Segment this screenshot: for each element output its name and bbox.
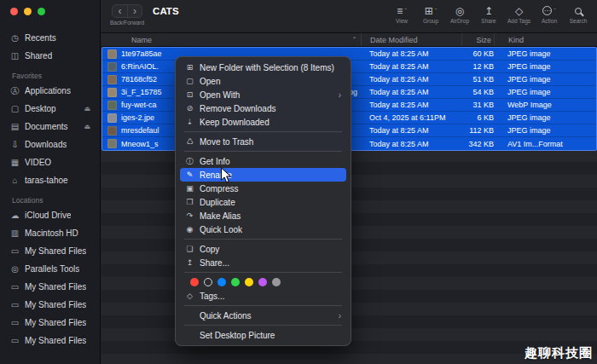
menu-item-label: Keep Downloaded — [200, 118, 270, 127]
open-icon: ▢ — [185, 77, 194, 85]
sidebar-item-recents[interactable]: ◷Recents — [5, 29, 95, 47]
toolbar-label: Add Tags — [507, 18, 530, 24]
menu-item-label: Make Alias — [200, 211, 241, 221]
tag-color-dot[interactable] — [217, 278, 226, 286]
sidebar-item-my-shared-files[interactable]: ▭My Shared Files — [5, 242, 95, 260]
toolbar-group-button[interactable]: ⊞ˇGroup — [420, 4, 441, 24]
toolbar-view-button[interactable]: ≡ˇView — [391, 4, 412, 24]
menu-item-make-alias[interactable]: ↷Make Alias — [180, 209, 346, 222]
eject-icon[interactable]: ⏏ — [84, 105, 90, 113]
file-date: Today at 8:25 AM — [361, 101, 461, 109]
column-name-label: Name — [131, 36, 152, 44]
minimize-window-button[interactable] — [24, 8, 32, 15]
file-date: Today at 8:25 AM — [361, 49, 461, 58]
file-kind: JPEG image — [494, 113, 596, 122]
menu-item-quick-look[interactable]: ◉Quick Look — [180, 222, 346, 236]
file-thumbnail — [107, 113, 117, 123]
menu-item-move-to-trash[interactable]: ♺Move to Trash — [180, 135, 346, 148]
tag-color-dot[interactable] — [272, 278, 281, 286]
menu-item-get-info[interactable]: ⓘGet Info — [180, 154, 346, 168]
toolbar-airdrop-button[interactable]: ◎AirDrop — [449, 4, 470, 24]
toolbar-search-button[interactable]: Search — [568, 4, 588, 24]
file-date: Oct 4, 2025 at 6:11PM — [361, 113, 461, 122]
sidebar-item-video[interactable]: ▦VIDEO — [5, 153, 95, 171]
sidebar-item-label: My Shared Files — [25, 318, 86, 327]
toolbar-label: Action — [542, 18, 557, 24]
menu-item-keep-downloaded[interactable]: ⇣Keep Downloaded — [180, 115, 346, 129]
forward-button[interactable]: › — [127, 5, 142, 17]
tag-color-dot[interactable] — [231, 278, 240, 286]
toolbar-label: Search — [570, 18, 588, 24]
new-folder-icon: ⊞ — [185, 63, 194, 72]
menu-item-duplicate[interactable]: ❐Duplicate — [180, 195, 346, 209]
submenu-chevron-icon: › — [339, 90, 341, 100]
column-name[interactable]: Name ˆ — [101, 33, 362, 46]
back-button[interactable]: ‹ — [113, 5, 127, 17]
menu-item-label: Quick Look — [200, 225, 242, 234]
chevron-down-icon: ˇ — [554, 9, 556, 14]
sidebar-item-documents[interactable]: ▤Documents⏏ — [5, 118, 95, 136]
harddrive-icon: ▥ — [9, 228, 20, 238]
file-thumbnail — [107, 75, 117, 84]
sidebar-item-label: Parallels Tools — [25, 264, 79, 274]
menu-separator — [184, 305, 342, 306]
menu-item-quick-actions[interactable]: Quick Actions› — [180, 309, 346, 322]
menu-item-open-with[interactable]: ⊡Open With› — [180, 88, 346, 101]
menu-item-copy[interactable]: ❏Copy — [180, 242, 346, 256]
shared-folder-icon: ▭ — [9, 336, 20, 345]
file-kind: WebP Image — [494, 101, 596, 109]
chevron-down-icon: ˇ — [404, 9, 407, 14]
menu-item-label: Quick Actions — [200, 311, 252, 321]
menu-item-remove-downloads[interactable]: ⊘Remove Downloads — [180, 101, 346, 115]
sidebar-item-my-shared-files[interactable]: ▭My Shared Files — [5, 314, 95, 332]
menu-separator — [184, 151, 342, 152]
column-kind[interactable]: Kind — [495, 33, 597, 46]
eject-icon[interactable]: ⏏ — [84, 123, 90, 130]
sidebar-item-applications[interactable]: ⒶApplications — [5, 82, 95, 100]
finder-window: ◷Recents◫SharedFavoritesⒶApplications▢De… — [0, 0, 597, 364]
file-name: mresdefaul — [121, 126, 159, 135]
sidebar-item-my-shared-files[interactable]: ▭My Shared Files — [5, 278, 95, 296]
menu-item-new-folder-with-selection-8-items[interactable]: ⊞New Folder with Selection (8 Items) — [180, 61, 346, 74]
action-icon: ⋯ˇ — [542, 4, 556, 17]
sidebar-item-label: iCloud Drive — [25, 211, 71, 220]
sidebar-item-my-shared-files[interactable]: ▭My Shared Files — [5, 332, 95, 350]
sidebar-item-desktop[interactable]: ▢Desktop⏏ — [5, 100, 95, 118]
menu-separator — [184, 325, 342, 326]
sidebar-item-my-shared-files[interactable]: ▭My Shared Files — [5, 296, 95, 314]
tag-color-dot[interactable] — [258, 278, 267, 286]
toolbar-action-button[interactable]: ⋯ˇAction — [539, 4, 559, 24]
context-menu: ⊞New Folder with Selection (8 Items)▢Ope… — [175, 56, 351, 346]
menu-item-share[interactable]: ↥Share... — [180, 256, 346, 269]
sidebar-item-icloud-drive[interactable]: ☁iCloud Drive — [5, 206, 95, 224]
toolbar-share-button[interactable]: ↥Share — [478, 4, 499, 24]
column-date-modified[interactable]: Date Modified — [362, 33, 462, 46]
tag-color-dot[interactable] — [204, 278, 212, 286]
sidebar-item-label: Shared — [25, 51, 52, 61]
sidebar-list: ◷Recents◫SharedFavoritesⒶApplications▢De… — [0, 29, 100, 350]
menu-item-compress[interactable]: ▣Compress — [180, 182, 346, 195]
tag-color-dot[interactable] — [190, 278, 199, 286]
info-icon: ⓘ — [185, 156, 194, 167]
menu-item-tags[interactable]: ◇Tags... — [180, 289, 346, 303]
column-size[interactable]: Size — [462, 33, 495, 46]
file-kind: AV1 Im...Format — [494, 140, 596, 148]
zoom-window-button[interactable] — [38, 8, 45, 15]
sidebar-item-taras-tahoe[interactable]: ⌂taras-tahoe — [5, 171, 95, 189]
menu-item-open[interactable]: ▢Open — [180, 74, 346, 88]
sidebar-item-parallels-tools[interactable]: ◎Parallels Tools — [5, 260, 95, 278]
sidebar-item-downloads[interactable]: ⇩Downloads — [5, 136, 95, 153]
menu-item-label: Compress — [200, 184, 239, 194]
file-name: 3i_F_15785 — [121, 88, 162, 96]
tag-color-dot[interactable] — [245, 278, 253, 286]
menu-item-rename[interactable]: ✎Rename — [180, 168, 346, 182]
sidebar-item-shared[interactable]: ◫Shared — [5, 47, 95, 65]
share-icon: ↥ — [185, 258, 194, 267]
toolbar-add-tags-button[interactable]: ◇Add Tags — [507, 4, 530, 24]
watermark-text: 趣聊科技圈 — [525, 345, 593, 361]
sidebar-item-macintosh-hd[interactable]: ▥Macintosh HD — [5, 224, 95, 242]
remove-download-icon: ⊘ — [185, 104, 194, 113]
close-window-button[interactable] — [10, 8, 18, 15]
file-date: Today at 8:25 AM — [361, 140, 461, 148]
menu-item-set-desktop-picture[interactable]: Set Desktop Picture — [180, 328, 346, 342]
